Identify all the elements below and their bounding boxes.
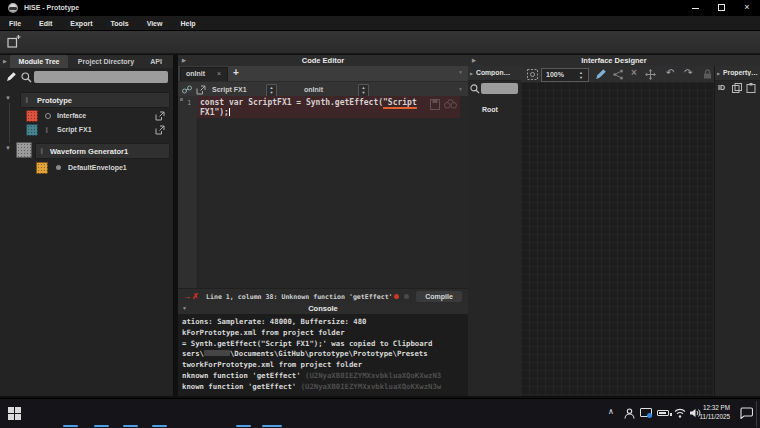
add-tab-icon[interactable]: + xyxy=(233,67,239,78)
zoom-spinner[interactable]: ▲ ▼ xyxy=(579,70,583,80)
panel-fold-icon: ▶ xyxy=(470,71,473,76)
property-tab-label: Property… xyxy=(723,69,759,76)
external-link-icon[interactable] xyxy=(155,111,165,121)
menu-file[interactable]: File xyxy=(0,20,30,27)
close-icon: × xyxy=(744,2,749,12)
compile-button[interactable]: Compile xyxy=(416,291,462,302)
tray-wifi-icon[interactable] xyxy=(674,408,686,418)
tab-module-tree[interactable]: Module Tree xyxy=(10,55,68,68)
property-editor-tab[interactable]: ▶ Property… xyxy=(715,66,760,81)
designer-canvas[interactable] xyxy=(521,82,714,396)
edit-pencil-icon[interactable] xyxy=(6,72,16,82)
external-link-icon[interactable] xyxy=(155,125,165,135)
panel-fold-icon[interactable]: ▶ xyxy=(472,58,476,63)
show-desktop-divider[interactable] xyxy=(756,401,757,427)
undo-icon[interactable]: ↶ xyxy=(666,67,674,78)
clock-time: 12:32 PM xyxy=(698,404,730,413)
menu-view[interactable]: View xyxy=(138,20,172,27)
tray-battery-icon[interactable] xyxy=(657,410,669,416)
tab-close-icon[interactable]: × xyxy=(217,70,221,77)
callback-selector[interactable]: onInit xyxy=(304,86,323,93)
component-root-item[interactable]: Root xyxy=(482,106,498,113)
menu-help[interactable]: Help xyxy=(171,20,204,27)
taskbar-clock[interactable]: 12:32 PM 11/11/2025 xyxy=(698,404,730,421)
move-component-icon[interactable] xyxy=(645,69,656,80)
delete-component-icon[interactable]: × xyxy=(631,67,637,78)
tree-row-envelope[interactable]: DefaultEnvelope1 xyxy=(0,162,173,176)
external-link-icon[interactable] xyxy=(196,85,206,95)
connect-nodes-icon[interactable] xyxy=(613,69,624,80)
id-label: ID xyxy=(718,84,725,91)
code-editor-title: Code Editor xyxy=(302,56,345,65)
tray-display-icon[interactable] xyxy=(640,408,652,417)
collapse-prototype-icon[interactable]: ▼ xyxy=(5,96,11,101)
windows-taskbar: HISE ∧ 12:32 PM 11/11/2 xyxy=(0,398,760,428)
component-search-input[interactable] xyxy=(481,83,518,94)
interface-module-icon xyxy=(26,110,38,122)
module-search-input[interactable] xyxy=(34,71,168,83)
panel-fold-icon[interactable]: ▼ xyxy=(182,306,187,311)
fold-arrow-icon[interactable]: ▼ xyxy=(458,70,463,75)
app-logo-icon xyxy=(8,3,18,13)
left-tab-bar: ▶ Module Tree Project Directory API xyxy=(0,55,173,68)
tree-row-scriptfx[interactable]: ∥ Script FX1 xyxy=(0,124,173,138)
tab-oninit-label: onInit xyxy=(186,70,205,77)
edit-mode-pencil-icon[interactable] xyxy=(595,69,606,80)
paste-icon[interactable] xyxy=(746,83,756,93)
tab-api[interactable]: API xyxy=(143,55,169,68)
bookmark-marker xyxy=(180,98,183,101)
copy-icon[interactable] xyxy=(732,83,742,93)
link-icon[interactable] xyxy=(182,85,192,94)
menu-tools[interactable]: Tools xyxy=(101,20,137,27)
bypass-toggle[interactable] xyxy=(56,165,61,170)
close-button[interactable]: × xyxy=(735,0,759,16)
zoom-fit-icon[interactable] xyxy=(527,69,538,80)
tree-label-interface: Interface xyxy=(57,112,86,119)
console-log[interactable]: ations: Samplerate: 48000, Buffersize: 4… xyxy=(178,314,468,396)
minimize-button[interactable] xyxy=(683,0,707,16)
menu-edit[interactable]: Edit xyxy=(30,20,61,27)
code-line-1: const var ScriptFX1 = Synth.getEffect("S… xyxy=(200,98,417,107)
maximize-button[interactable] xyxy=(709,0,733,16)
tab-project-directory[interactable]: Project Directory xyxy=(72,55,140,68)
start-button[interactable] xyxy=(8,407,21,420)
warning-indicator-dot[interactable] xyxy=(404,294,409,299)
panel-fold-icon[interactable]: ▶ xyxy=(182,58,186,63)
code-string-error: "Script xyxy=(383,98,417,109)
search-icon xyxy=(470,84,480,94)
module-tree-panel: ▶ Module Tree Project Directory API ▼ ∥ … xyxy=(0,55,173,396)
search-icon xyxy=(21,72,32,83)
save-icon[interactable] xyxy=(430,99,440,110)
collapse-waveform-icon[interactable]: ▼ xyxy=(5,146,11,151)
menu-export[interactable]: Export xyxy=(61,20,101,27)
console-line: kForPrototype.xml from project folder xyxy=(182,328,468,339)
tree-row-interface[interactable]: Interface xyxy=(0,110,173,124)
fold-arrow-icon[interactable]: ▼ xyxy=(458,87,463,92)
drag-handle-icon[interactable]: ∥ xyxy=(40,148,43,154)
panel-fold-icon[interactable]: ▶ xyxy=(3,59,7,64)
tray-person-icon[interactable] xyxy=(624,408,635,419)
open-app-indicator xyxy=(63,425,78,427)
redo-icon[interactable]: ↷ xyxy=(684,67,692,78)
tray-chevron-up-icon[interactable]: ∧ xyxy=(608,407,614,416)
tree-row-waveform[interactable]: ∥ Waveform Generator1 xyxy=(35,143,170,159)
code-editor-panel: ▶ Code Editor onInit × + ▼ Script FX1 ▲▼… xyxy=(178,55,468,396)
tab-oninit[interactable]: onInit × xyxy=(180,67,228,82)
error-indicator-dot[interactable] xyxy=(394,294,399,299)
drag-handle-icon[interactable]: ∥ xyxy=(45,127,48,133)
notification-center-icon[interactable] xyxy=(740,407,753,419)
component-list-tab[interactable]: ▶ Compon… xyxy=(468,66,521,81)
zoom-select[interactable]: 100% ▲ ▼ xyxy=(541,68,589,82)
module-selector[interactable]: Script FX1 xyxy=(212,86,247,93)
text-caret xyxy=(229,108,230,116)
tree-row-prototype[interactable]: ∥ Prototype xyxy=(20,92,170,108)
drag-handle-icon[interactable]: ∥ xyxy=(25,97,28,103)
error-message: Line 1, column 38: Unknown function 'get… xyxy=(206,293,393,301)
main-toolbar: ⌂ ☆ ♩ ⚙ ⚙ xyxy=(0,31,760,54)
new-file-icon[interactable] xyxy=(7,35,21,49)
envelope-module-icon xyxy=(36,162,48,174)
screen: HISE - Prototype × File Edit Export Tool… xyxy=(0,0,760,428)
search-binoculars-icon[interactable] xyxy=(444,99,457,109)
lock-icon[interactable] xyxy=(703,69,712,79)
bypass-toggle[interactable] xyxy=(45,113,51,119)
